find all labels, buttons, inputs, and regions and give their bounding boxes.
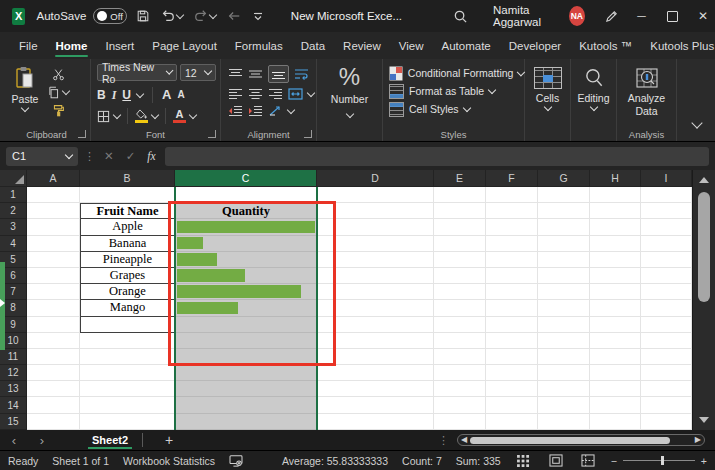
cell-H2[interactable] [590, 203, 641, 219]
cell-C10[interactable] [175, 333, 317, 349]
cell-A8[interactable] [27, 300, 80, 316]
cell-C13[interactable] [175, 381, 317, 397]
cell-I12[interactable] [641, 365, 692, 381]
decrease-font-button[interactable]: A [177, 90, 184, 100]
cell-F13[interactable] [486, 381, 538, 397]
cell-G4[interactable] [538, 236, 590, 252]
zoom-thumb[interactable] [661, 456, 664, 465]
cell-B9[interactable] [80, 317, 175, 333]
cell-F1[interactable] [486, 187, 538, 203]
cell-F2[interactable] [486, 203, 538, 219]
decrease-indent-button[interactable] [228, 105, 243, 117]
cell-E13[interactable] [434, 381, 486, 397]
cell-G6[interactable] [538, 268, 590, 284]
row-header-1[interactable]: 1 [0, 187, 27, 203]
cell-I14[interactable] [641, 397, 692, 413]
cell-I8[interactable] [641, 300, 692, 316]
back-arrow-icon[interactable] [225, 7, 243, 25]
cell-C1[interactable] [175, 187, 317, 203]
cell-B12[interactable] [80, 365, 175, 381]
cell-A10[interactable] [27, 333, 80, 349]
cell-G14[interactable] [538, 397, 590, 413]
search-icon[interactable] [451, 7, 470, 26]
row-header-12[interactable]: 12 [0, 365, 27, 381]
cell-H4[interactable] [590, 236, 641, 252]
undo-button[interactable] [159, 7, 185, 25]
horizontal-scrollbar[interactable]: ◀ ▶ [457, 434, 705, 446]
increase-indent-button[interactable] [248, 105, 263, 117]
user-name[interactable]: Namita Aggarwal [493, 4, 562, 28]
cell-D12[interactable] [317, 365, 434, 381]
cell-A14[interactable] [27, 397, 80, 413]
cell-A15[interactable] [27, 414, 80, 430]
cell-B8[interactable]: Mango [80, 300, 175, 316]
redo-menu-chevron-icon[interactable] [209, 10, 217, 18]
cell-D15[interactable] [317, 414, 434, 430]
prev-sheet-icon[interactable]: ‹ [0, 433, 28, 448]
ribbon-tab-kutools-plus[interactable]: Kutools Plus [641, 32, 715, 59]
row-header-3[interactable]: 3 [0, 219, 27, 235]
cell-G1[interactable] [538, 187, 590, 203]
column-header-H[interactable]: H [590, 170, 641, 187]
cell-A1[interactable] [27, 187, 80, 203]
cell-C15[interactable] [175, 414, 317, 430]
cell-D14[interactable] [317, 397, 434, 413]
cell-F8[interactable] [486, 300, 538, 316]
top-align-button[interactable] [228, 68, 243, 80]
ribbon-tab-review[interactable]: Review [334, 32, 390, 59]
cell-I13[interactable] [641, 381, 692, 397]
page-layout-view-button[interactable] [547, 453, 565, 469]
cell-F12[interactable] [486, 365, 538, 381]
cell-E5[interactable] [434, 252, 486, 268]
cell-B13[interactable] [80, 381, 175, 397]
normal-view-button[interactable] [515, 453, 533, 469]
cell-E8[interactable] [434, 300, 486, 316]
cell-C4[interactable] [175, 236, 317, 252]
cell-I4[interactable] [641, 236, 692, 252]
column-header-A[interactable]: A [27, 170, 80, 187]
cell-H9[interactable] [590, 317, 641, 333]
conditional-formatting-button[interactable]: Conditional Formatting [383, 64, 524, 82]
font-color-button[interactable]: A [173, 110, 186, 123]
cell-styles-button[interactable]: Cell Styles [383, 100, 524, 118]
scroll-up-icon[interactable] [699, 177, 709, 183]
orientation-button[interactable] [268, 105, 283, 117]
cell-C3[interactable] [175, 219, 317, 235]
scroll-down-icon[interactable] [699, 417, 709, 423]
cell-A5[interactable] [27, 252, 80, 268]
sheet-tab-active[interactable]: Sheet2 [78, 430, 142, 450]
vertical-scrollbar-thumb[interactable] [698, 192, 710, 302]
cell-E10[interactable] [434, 333, 486, 349]
cancel-icon[interactable]: ✕ [101, 149, 117, 163]
cell-G11[interactable] [538, 349, 590, 365]
maximize-button[interactable] [660, 0, 684, 32]
paste-button[interactable]: Paste [3, 59, 47, 111]
cell-H7[interactable] [590, 284, 641, 300]
close-button[interactable]: ✕ [691, 0, 715, 32]
cell-D7[interactable] [317, 284, 434, 300]
cell-C7[interactable] [175, 284, 317, 300]
cell-C6[interactable] [175, 268, 317, 284]
cell-D13[interactable] [317, 381, 434, 397]
cell-C9[interactable] [175, 317, 317, 333]
cell-A6[interactable] [27, 268, 80, 284]
bold-button[interactable]: B [97, 90, 106, 100]
save-icon[interactable] [134, 7, 152, 25]
cell-I15[interactable] [641, 414, 692, 430]
cell-B3[interactable]: Apple [80, 219, 175, 235]
cell-E9[interactable] [434, 317, 486, 333]
name-box[interactable]: C1 [6, 147, 78, 166]
cell-G9[interactable] [538, 317, 590, 333]
cell-G2[interactable] [538, 203, 590, 219]
cell-H8[interactable] [590, 300, 641, 316]
orientation-chevron-icon[interactable] [287, 105, 295, 113]
merge-chevron-icon[interactable] [307, 88, 315, 96]
row-header-13[interactable]: 13 [0, 381, 27, 397]
merge-center-button[interactable] [288, 88, 303, 100]
fill-color-button[interactable] [135, 109, 148, 123]
cell-A3[interactable] [27, 219, 80, 235]
cell-E15[interactable] [434, 414, 486, 430]
cell-E2[interactable] [434, 203, 486, 219]
zoom-out-icon[interactable]: − [611, 455, 617, 467]
font-size-select[interactable]: 12 [180, 64, 216, 81]
